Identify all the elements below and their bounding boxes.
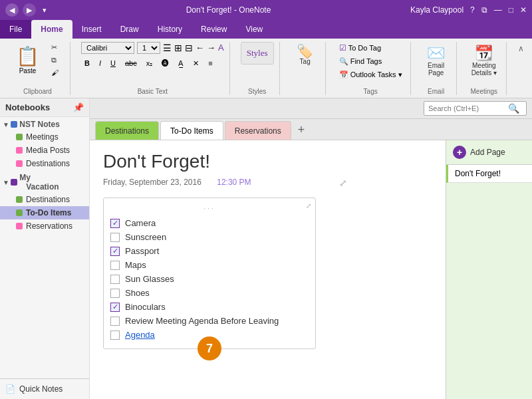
tags-section: ☑ To Do Tag 🔍 Find Tags 📅 Outlook Tasks …: [331, 42, 411, 95]
note-date: Friday, September 23, 2016 12:30 PM: [103, 178, 432, 187]
underline-button[interactable]: U: [107, 58, 119, 68]
list-icon[interactable]: ☰: [163, 43, 172, 53]
search-box[interactable]: 🔍: [424, 101, 527, 116]
styles-button[interactable]: Styles: [241, 42, 274, 65]
checkbox-passport[interactable]: ✓: [110, 247, 120, 256]
note-date-text: Friday, September 23, 2016: [103, 178, 201, 187]
subscript-button[interactable]: x₂: [143, 58, 156, 69]
checkbox-review[interactable]: [110, 317, 120, 326]
font-size-select[interactable]: 11: [137, 42, 160, 54]
tab-destinations[interactable]: Destinations: [95, 121, 159, 140]
ribbon-tabs: File Home Insert Draw History Review Vie…: [0, 20, 532, 39]
media-dot: [16, 147, 23, 154]
align-button[interactable]: ≡: [205, 58, 215, 68]
outdent-icon[interactable]: ⊟: [185, 43, 193, 53]
my-vacation-header[interactable]: ▼ My Vacation: [0, 170, 89, 193]
agenda-link[interactable]: Agenda: [125, 330, 155, 340]
note-editor: ⤢ Don't Forget! Friday, September 23, 20…: [90, 140, 532, 399]
decrease-indent-icon[interactable]: ←: [196, 43, 204, 53]
tab-review[interactable]: Review: [192, 20, 236, 39]
indent-icon[interactable]: ⊞: [174, 43, 182, 53]
tag-button[interactable]: 🏷️ Tag: [291, 42, 320, 68]
tab-view[interactable]: View: [236, 20, 272, 39]
restore-button[interactable]: ⧉: [481, 5, 487, 15]
meeting-details-button[interactable]: 📆 Meeting Details ▾: [467, 42, 501, 79]
quick-notes-label: Quick Notes: [19, 384, 63, 394]
styles-section: Styles Styles: [235, 42, 280, 95]
italic-button[interactable]: I: [96, 58, 104, 68]
check-item-binoculars: ✓ Binoculars: [110, 300, 309, 314]
clear-format-button[interactable]: ✕: [190, 58, 202, 69]
checkbox-binoculars[interactable]: ✓: [110, 303, 120, 312]
forward-button[interactable]: ▶: [23, 3, 36, 17]
sidebar-item-destinations-vac[interactable]: Destinations: [0, 193, 89, 206]
pin-icon[interactable]: 📌: [73, 102, 84, 112]
nst-notes-header[interactable]: ▼ NST Notes: [0, 117, 89, 130]
sidebar-item-meetings[interactable]: Meetings: [0, 130, 89, 144]
find-tags-button[interactable]: 🔍 Find Tags: [336, 56, 405, 67]
quick-notes-button[interactable]: 📄 Quick Notes: [0, 378, 89, 399]
minimize-button[interactable]: —: [494, 5, 502, 15]
checklist-expand[interactable]: ⤢: [306, 202, 311, 209]
add-page-button[interactable]: + Add Page: [446, 140, 532, 165]
tab-home[interactable]: Home: [31, 20, 72, 39]
font-color-button[interactable]: 🅐: [158, 58, 172, 68]
back-button[interactable]: ◀: [5, 3, 19, 17]
sidebar-item-todo[interactable]: To-Do Items: [0, 206, 89, 219]
check-item-sunscreen: Sunscreen: [110, 230, 309, 244]
cut-button[interactable]: ✂: [47, 42, 65, 53]
nst-notes-group: ▼ NST Notes Meetings Media Posts Destina…: [0, 117, 89, 170]
checkbox-maps[interactable]: [110, 261, 120, 270]
checkbox-sunglasses[interactable]: [110, 275, 120, 284]
strikethrough-button[interactable]: abc: [122, 58, 140, 68]
check-item-review: Review Meeting Agenda Before Leaving: [110, 314, 309, 328]
ribbon: 📋 Paste ✂ ⧉ 🖌 Clipboard Calibri 11 ☰ ⊞ ⊟…: [0, 39, 532, 98]
paste-button[interactable]: 📋 Paste: [11, 43, 45, 77]
search-icon[interactable]: 🔍: [508, 103, 519, 114]
bold-button[interactable]: B: [81, 58, 93, 68]
note-main: ⤢ Don't Forget! Friday, September 23, 20…: [90, 140, 446, 399]
note-expand-icon[interactable]: ⤢: [339, 178, 347, 188]
email-page-button[interactable]: ✉️ Email Page: [422, 42, 451, 79]
page-list-item-dont-forget[interactable]: Don't Forget!: [446, 165, 532, 183]
copy-button[interactable]: ⧉: [47, 55, 65, 66]
vacation-dot: [11, 179, 17, 186]
format-painter-button[interactable]: 🖌: [47, 67, 65, 78]
ribbon-collapse-button[interactable]: ∧: [515, 41, 527, 56]
note-title: Don't Forget!: [103, 151, 432, 172]
tab-history[interactable]: History: [148, 20, 192, 39]
font-select[interactable]: Calibri: [81, 42, 134, 54]
increase-indent-icon[interactable]: →: [207, 43, 215, 53]
todo-tag-button[interactable]: ☑ To Do Tag: [336, 42, 405, 54]
checkbox-sunscreen[interactable]: [110, 233, 120, 242]
checklist-dots: ···: [110, 205, 309, 212]
notebook-dot: [11, 121, 17, 128]
checkbox-camera[interactable]: ✓: [110, 219, 120, 228]
tab-reservations[interactable]: Reservations: [225, 121, 291, 140]
user-name: Kayla Claypool: [410, 5, 464, 15]
highlight-button[interactable]: A̲: [175, 58, 187, 69]
tab-insert[interactable]: Insert: [72, 20, 111, 39]
maximize-button[interactable]: □: [509, 5, 513, 15]
main-layout: Notebooks 📌 ▼ NST Notes Meetings Media P…: [0, 98, 532, 399]
tab-file[interactable]: File: [0, 20, 31, 39]
sidebar-item-reservations[interactable]: Reservations: [0, 219, 89, 233]
search-input[interactable]: [428, 104, 508, 112]
sidebar-item-media-posts[interactable]: Media Posts: [0, 144, 89, 157]
todo-dot: [16, 209, 23, 216]
tab-add[interactable]: +: [293, 120, 311, 140]
help-button[interactable]: ?: [470, 5, 475, 15]
checkbox-shoes[interactable]: [110, 289, 120, 298]
sidebar-item-destinations-nst[interactable]: Destinations: [0, 157, 89, 170]
outlook-tasks-button[interactable]: 📅 Outlook Tasks ▾: [336, 69, 405, 80]
styles-format-icon[interactable]: A: [218, 43, 224, 53]
close-button[interactable]: ✕: [520, 5, 527, 15]
meetings-dot: [16, 134, 23, 140]
meetings-section: 📆 Meeting Details ▾ Meetings: [462, 42, 507, 95]
checkbox-agenda[interactable]: [110, 331, 120, 340]
tab-todo-items[interactable]: To-Do Items: [160, 121, 223, 140]
window-title: Don't Forget! - OneNote: [47, 5, 410, 15]
my-vacation-group: ▼ My Vacation Destinations To-Do Items R…: [0, 170, 89, 233]
tab-draw[interactable]: Draw: [111, 20, 148, 39]
tag-section: 🏷️ Tag: [285, 42, 326, 95]
